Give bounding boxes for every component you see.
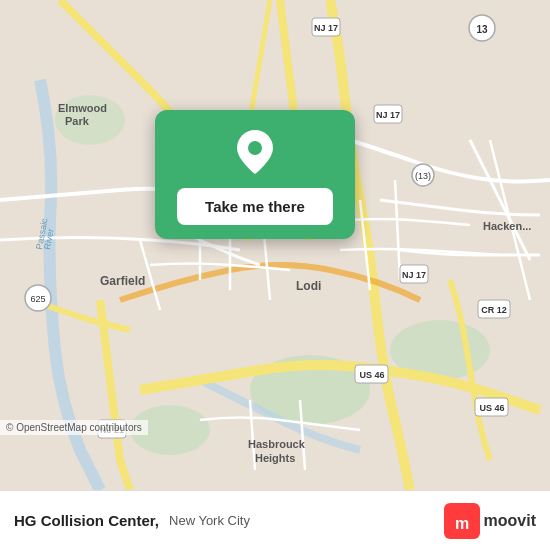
svg-point-34 [248, 141, 262, 155]
footer-bar: HG Collision Center, New York City m moo… [0, 490, 550, 550]
svg-text:Lodi: Lodi [296, 279, 321, 293]
svg-text:US 46: US 46 [479, 403, 504, 413]
svg-text:Hacken...: Hacken... [483, 220, 531, 232]
svg-text:NJ 17: NJ 17 [314, 23, 338, 33]
svg-text:13: 13 [476, 24, 488, 35]
svg-text:625: 625 [30, 294, 45, 304]
location-pin-icon [235, 128, 275, 176]
map-container: NJ 17 NJ 17 13 (13) NJ 17 US 46 US 46 NJ… [0, 0, 550, 490]
svg-text:Garfield: Garfield [100, 274, 145, 288]
svg-text:m: m [454, 515, 468, 532]
svg-text:CR 12: CR 12 [481, 305, 507, 315]
svg-text:US 46: US 46 [359, 370, 384, 380]
moovit-icon: m [444, 503, 480, 539]
svg-text:(13): (13) [415, 171, 431, 181]
svg-text:Elmwood: Elmwood [58, 102, 107, 114]
svg-text:Heights: Heights [255, 452, 295, 464]
map-attribution: © OpenStreetMap contributors [0, 420, 148, 435]
moovit-text: moovit [484, 512, 536, 530]
svg-text:Hasbrouck: Hasbrouck [248, 438, 306, 450]
svg-text:Park: Park [65, 115, 90, 127]
footer-subtitle: New York City [169, 513, 250, 528]
footer-title: HG Collision Center, [14, 512, 159, 529]
moovit-logo: m moovit [444, 503, 536, 539]
svg-text:NJ 17: NJ 17 [376, 110, 400, 120]
take-me-there-button[interactable]: Take me there [177, 188, 333, 225]
svg-text:NJ 17: NJ 17 [402, 270, 426, 280]
popup-card: Take me there [155, 110, 355, 239]
